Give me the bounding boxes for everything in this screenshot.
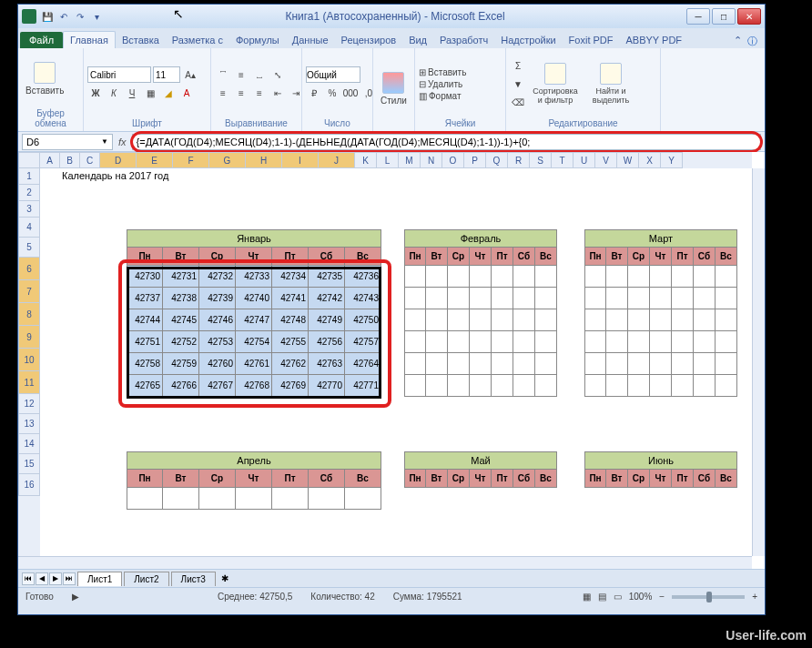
calendar-cell[interactable] (650, 375, 672, 397)
calendar-cell[interactable] (672, 353, 694, 375)
col-header-B[interactable]: B (60, 152, 80, 168)
maximize-button[interactable]: □ (712, 8, 736, 25)
day-header[interactable]: Пн (404, 470, 426, 488)
tab-developer[interactable]: Разработч (433, 32, 494, 48)
calendar-cell[interactable]: 42741 (272, 288, 309, 309)
day-header[interactable]: Пн (127, 470, 163, 488)
calendar-cell[interactable]: 42733 (236, 266, 272, 288)
col-header-T[interactable]: T (552, 152, 573, 168)
calendar-cell[interactable] (650, 353, 672, 375)
day-header[interactable]: Пт (672, 470, 694, 488)
row-header-10[interactable]: 10 (18, 349, 40, 371)
calendar-cell[interactable] (448, 353, 470, 375)
calendar-cell[interactable] (470, 266, 492, 288)
calendar-cell[interactable] (650, 331, 672, 353)
calendar-cell[interactable] (404, 309, 426, 331)
calendar-cell[interactable] (694, 288, 716, 309)
format-cells-button[interactable]: ▥Формат (419, 91, 466, 101)
col-header-V[interactable]: V (595, 152, 617, 168)
indent-dec-icon[interactable]: ⇤ (269, 85, 286, 101)
bold-icon[interactable]: Ж (87, 85, 104, 101)
new-sheet-icon[interactable]: ✱ (221, 573, 228, 583)
calendar-cell[interactable] (672, 288, 694, 309)
month-title-jun[interactable]: Июнь (584, 451, 737, 470)
calendar-cell[interactable] (628, 375, 650, 397)
calendar-cell[interactable] (513, 309, 535, 331)
autosum-icon[interactable]: Σ (510, 57, 526, 74)
day-header[interactable]: Вт (426, 248, 448, 266)
fill-color-icon[interactable]: ◢ (160, 85, 177, 101)
calendar-cell[interactable] (513, 353, 535, 375)
calendar-cell[interactable] (470, 353, 492, 375)
calendar-cell[interactable]: 42760 (199, 353, 236, 375)
formula-bar[interactable] (132, 134, 761, 150)
month-title-jan[interactable]: Январь (127, 229, 381, 248)
calendar-cell[interactable] (492, 331, 513, 353)
sheet-nav-first-icon[interactable]: ⏮ (22, 572, 35, 585)
day-header[interactable]: Вс (345, 470, 381, 488)
col-header-K[interactable]: K (355, 152, 377, 168)
col-header-X[interactable]: X (639, 152, 661, 168)
calendar-cell[interactable]: 42736 (345, 266, 381, 288)
col-header-S[interactable]: S (530, 152, 552, 168)
day-header[interactable]: Сб (309, 470, 345, 488)
calendar-cell[interactable]: 42742 (309, 288, 345, 309)
calendar-cell[interactable] (535, 309, 557, 331)
cell-a1[interactable]: Календарь на 2017 год (58, 168, 172, 183)
col-header-R[interactable]: R (508, 152, 530, 168)
calendar-cell[interactable] (628, 331, 650, 353)
calendar-cell[interactable] (448, 331, 470, 353)
calendar-cell[interactable]: 42766 (163, 375, 199, 397)
zoom-slider[interactable] (672, 595, 745, 599)
day-header[interactable]: Чт (236, 248, 272, 266)
calendar-cell[interactable] (716, 288, 737, 309)
day-header[interactable]: Чт (470, 470, 492, 488)
month-title-feb[interactable]: Февраль (404, 229, 557, 248)
row-header-16[interactable]: 16 (18, 474, 40, 496)
percent-icon[interactable]: % (324, 85, 340, 101)
calendar-cell[interactable]: 42747 (236, 309, 272, 331)
row-header-2[interactable]: 2 (18, 185, 40, 201)
calendar-cell[interactable]: 42749 (309, 309, 345, 331)
month-title-mar[interactable]: Март (584, 229, 737, 248)
col-header-Q[interactable]: Q (486, 152, 508, 168)
calendar-cell[interactable] (163, 488, 199, 510)
day-header[interactable]: Вт (163, 470, 199, 488)
calendar-cell[interactable] (513, 331, 535, 353)
day-header[interactable]: Ср (199, 470, 236, 488)
sheet-tab-3[interactable]: Лист3 (171, 572, 216, 586)
calendar-cell[interactable] (535, 288, 557, 309)
calendar-cell[interactable] (470, 309, 492, 331)
calendar-cell[interactable]: 42734 (272, 266, 309, 288)
tab-review[interactable]: Рецензиров (335, 32, 403, 48)
day-header[interactable]: Вс (716, 470, 737, 488)
calendar-cell[interactable] (426, 331, 448, 353)
calendar-cell[interactable] (694, 375, 716, 397)
calendar-cell[interactable]: 42746 (199, 309, 236, 331)
day-header[interactable]: Вт (606, 470, 628, 488)
undo-icon[interactable]: ↶ (56, 9, 71, 24)
calendar-cell[interactable]: 42748 (272, 309, 309, 331)
calendar-cell[interactable]: 42735 (309, 266, 345, 288)
calendar-cell[interactable]: 42744 (127, 309, 163, 331)
align-right-icon[interactable]: ≡ (251, 85, 268, 101)
orientation-icon[interactable]: ⤡ (269, 66, 286, 83)
cells-area[interactable]: Календарь на 2017 год Январь ПнВтСрЧтПтС… (40, 168, 752, 556)
zoom-level[interactable]: 100% (629, 592, 653, 602)
col-header-N[interactable]: N (421, 152, 442, 168)
help-icon[interactable]: ⓘ (747, 35, 757, 48)
sheet-nav-last-icon[interactable]: ⏭ (63, 572, 76, 585)
qat-dropdown-icon[interactable]: ▾ (89, 9, 104, 24)
calendar-cell[interactable] (236, 488, 272, 510)
select-all-corner[interactable] (18, 152, 40, 168)
clear-icon[interactable]: ⌫ (510, 94, 526, 110)
day-header[interactable]: Чт (650, 470, 672, 488)
month-title-apr[interactable]: Апрель (127, 451, 381, 470)
calendar-cell[interactable]: 42763 (309, 353, 345, 375)
col-header-Y[interactable]: Y (661, 152, 683, 168)
calendar-cell[interactable] (606, 309, 628, 331)
calendar-cell[interactable]: 42732 (199, 266, 236, 288)
row-header-3[interactable]: 3 (18, 201, 40, 218)
spreadsheet-grid[interactable]: ABCDEFGHIJKLMNOPQRSTUVWXY 12345678910111… (18, 152, 765, 569)
calendar-cell[interactable]: 42753 (199, 331, 236, 353)
